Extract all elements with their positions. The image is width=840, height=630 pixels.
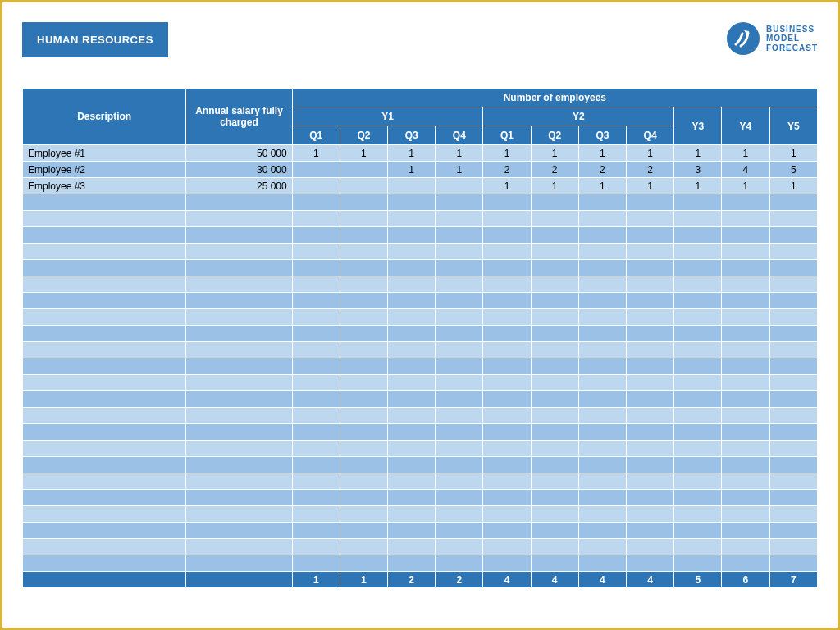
cell-empty [578,473,626,490]
cell-empty [531,244,578,260]
cell-empty [340,211,387,227]
table-row [23,342,818,358]
cell-empty [23,457,186,473]
cell-value: 1 [483,178,531,194]
page-title: HUMAN RESOURCES [37,34,153,46]
cell-empty [769,326,817,342]
col-salary: Annual salary fully charged [186,89,292,145]
cell-empty [578,441,626,457]
cell-value: 1 [340,145,387,162]
cell-empty [483,391,531,408]
cell-value: 1 [722,145,769,162]
cell-empty [769,227,817,244]
cell-empty [578,555,626,572]
cell-empty [674,506,722,523]
cell-empty [769,276,817,293]
cell-empty [578,293,626,309]
cell-empty [769,555,817,572]
cell-empty [292,408,340,424]
cell-empty [578,211,626,227]
cell-empty [578,309,626,326]
cell-empty [626,473,673,490]
cell-empty [436,227,483,244]
cell-empty [626,358,673,375]
cell-empty [626,457,673,473]
cell-empty [674,555,722,572]
cell-empty [186,194,292,211]
cell-empty [674,391,722,408]
cell-empty [722,293,769,309]
cell-empty [23,539,186,555]
cell-empty [186,211,292,227]
table-row [23,424,818,441]
cell-empty [186,358,292,375]
cell-empty [340,342,387,358]
cell-empty [626,244,673,260]
cell-empty [23,342,186,358]
cell-empty [388,326,436,342]
cell-empty [292,276,340,293]
cell-empty [483,408,531,424]
cell-empty [531,523,578,539]
cell-empty [186,408,292,424]
cell-empty [531,227,578,244]
cell-empty [436,211,483,227]
cell-description: Employee #1 [23,145,186,162]
cell-empty [186,309,292,326]
cell-empty [722,424,769,441]
cell-empty [340,539,387,555]
cell-empty [674,375,722,391]
cell-empty [292,555,340,572]
cell-empty [722,473,769,490]
table-row [23,211,818,227]
cell-empty [388,506,436,523]
cell-empty [388,375,436,391]
cell-empty [186,424,292,441]
cell-value: 2 [578,162,626,178]
cell-empty [531,457,578,473]
table-row: Employee #325 0001111111 [23,178,818,194]
cell-empty [531,276,578,293]
table-row [23,293,818,309]
cell-value: 1 [626,145,673,162]
cell-empty [388,539,436,555]
cell-empty [340,276,387,293]
cell-empty [483,441,531,457]
cell-empty [340,227,387,244]
cell-empty [531,326,578,342]
cell-empty [674,457,722,473]
cell-value: 1 [769,178,817,194]
cell-empty [769,358,817,375]
cell-empty [436,194,483,211]
table-row [23,309,818,326]
cell-empty [388,358,436,375]
cell-empty [292,490,340,506]
cell-value: 1 [626,178,673,194]
cell-empty [769,342,817,358]
cell-value: 1 [292,145,340,162]
cell-empty [483,375,531,391]
table-row [23,408,818,424]
cell-empty [436,555,483,572]
cell-empty [388,441,436,457]
cell-empty [388,457,436,473]
cell-empty [436,473,483,490]
cell-empty [186,260,292,276]
cell-empty [186,391,292,408]
cell-empty [186,276,292,293]
table-row [23,227,818,244]
cell-empty [436,424,483,441]
cell-description: Employee #3 [23,178,186,194]
cell-empty [340,244,387,260]
table-row [23,375,818,391]
cell-empty [626,326,673,342]
cell-empty [674,260,722,276]
cell-empty [292,424,340,441]
table-row [23,555,818,572]
cell-empty [674,293,722,309]
cell-empty [626,555,673,572]
cell-description: Employee #2 [23,162,186,178]
cell-empty [483,490,531,506]
cell-empty [292,342,340,358]
cell-empty [186,342,292,358]
